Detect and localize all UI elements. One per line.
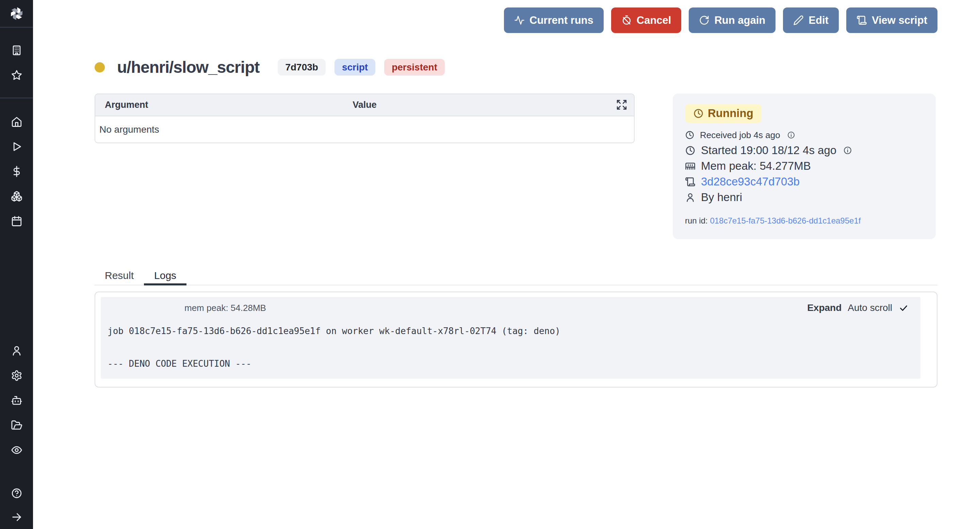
main-content: Current runs Cancel Run again Edit View … [33,0,980,529]
script-hash-link[interactable]: 3d28ce93c47d703b [701,175,800,188]
edit-button[interactable]: Edit [783,8,839,33]
windmill-logo[interactable] [0,0,33,27]
received-text: Received job 4s ago [700,130,780,140]
sidebar-item-schedules[interactable] [0,208,33,234]
user-icon [11,345,22,356]
arguments-table: Argument Value No arguments [95,94,635,143]
cancel-label: Cancel [637,14,671,27]
mem-peak-row: Mem peak: 54.277MB [685,158,924,174]
hash-badge: 7d703b [278,59,326,76]
info-icon[interactable] [843,146,852,155]
sidebar-group-bottom [0,481,33,529]
clock-icon [693,108,704,119]
script-badge: script [334,59,375,76]
run-id-row: run id: 018c7e15-fa75-13d6-b626-dd1c1ea9… [685,216,924,226]
run-info-card: Running Received job 4s ago Started 19:0… [673,94,936,239]
arrow-right-icon [11,511,22,523]
expand-icon [616,99,627,111]
settings-icon [11,370,22,381]
edit-label: Edit [808,14,829,27]
log-panel: mem peak: 54.28MB Expand Auto scroll job… [95,292,937,388]
cancel-button[interactable]: Cancel [611,8,682,33]
building-icon [11,44,22,56]
sidebar-item-variables[interactable] [0,159,33,184]
check-icon[interactable] [899,303,908,313]
sidebar-item-home[interactable] [0,109,33,134]
sidebar-item-users[interactable] [0,338,33,363]
scroll-icon [685,176,695,187]
expand-table-button[interactable] [616,99,628,111]
auto-scroll-label[interactable]: Auto scroll [848,302,892,313]
sidebar-group-admin [0,338,33,462]
toolbar: Current runs Cancel Run again Edit View … [95,8,937,33]
boxes-icon [11,191,22,202]
started-text: Started 19:00 18/12 4s ago [701,144,837,157]
run-again-button[interactable]: Run again [689,8,775,33]
persistent-badge: persistent [384,59,445,76]
title-row: u/henri/slow_script 7d703b script persis… [95,58,937,76]
value-column-header: Value [353,100,377,110]
folder-open-icon [11,419,22,431]
status-label: Running [708,107,753,120]
pencil-icon [793,15,804,25]
result-logs-tabs: Result Logs [95,270,937,286]
log-output: job 018c7e15-fa75-13d6-b626-dd1c1ea95e1f… [108,326,908,369]
activity-icon [514,15,525,25]
sidebar-item-workers[interactable] [0,388,33,413]
sidebar-item-runs[interactable] [0,134,33,159]
argument-column-header: Argument [95,100,148,110]
home-icon [11,116,22,127]
windmill-logo-icon [8,5,25,22]
calendar-icon [11,215,22,227]
sidebar-item-folders[interactable] [0,413,33,437]
sidebar-item-help[interactable] [0,481,33,505]
refresh-icon [699,15,710,25]
started-row: Started 19:00 18/12 4s ago [685,143,924,158]
info-icon[interactable] [787,131,795,139]
status-badge: Running [685,104,762,123]
clock-icon [685,145,695,156]
app-root: Current runs Cancel Run again Edit View … [0,0,980,529]
current-runs-label: Current runs [530,14,593,27]
sidebar-item-settings[interactable] [0,363,33,388]
sidebar-item-collapse[interactable] [0,505,33,529]
tab-logs[interactable]: Logs [144,270,186,286]
mem-peak-text: Mem peak: 54.277MB [701,160,811,173]
view-script-button[interactable]: View script [846,8,937,33]
no-arguments-text: No arguments [99,124,159,135]
clock-icon [685,130,695,140]
dollar-icon [11,166,22,177]
user-icon [685,192,695,203]
run-id-label: run id: [685,216,710,225]
received-row: Received job 4s ago [685,127,924,143]
tab-result[interactable]: Result [95,270,144,286]
created-by-row: By henri [685,189,924,205]
run-id-link[interactable]: 018c7e15-fa75-13d6-b626-dd1c1ea95e1f [710,216,861,225]
scroll-icon [856,15,867,25]
page-title: u/henri/slow_script [117,58,259,76]
robot-icon [11,395,22,406]
eye-icon [11,444,22,456]
star-icon [11,69,22,81]
run-again-label: Run again [714,14,765,27]
memory-icon [685,161,695,172]
created-by-text: By henri [701,191,742,204]
badge-group: 7d703b script persistent [278,59,445,76]
sidebar-item-audit-logs[interactable] [0,437,33,462]
sidebar [0,0,33,529]
timer-off-icon [621,15,632,25]
help-icon [11,488,22,499]
sidebar-item-resources[interactable] [0,184,33,208]
sidebar-item-workspace[interactable] [0,38,33,63]
view-script-label: View script [872,14,927,27]
log-header: mem peak: 54.28MB Expand Auto scroll [108,302,908,313]
current-runs-button[interactable]: Current runs [504,8,604,33]
sidebar-group-workspace [0,27,33,98]
status-dot [95,62,105,73]
sidebar-item-favorites[interactable] [0,63,33,87]
sidebar-group-main [0,98,33,234]
log-mem-peak: mem peak: 54.28MB [185,303,266,313]
script-hash-row: 3d28ce93c47d703b [685,174,924,189]
log-expand-button[interactable]: Expand [807,302,842,313]
log-panel-inner: mem peak: 54.28MB Expand Auto scroll job… [101,297,920,379]
